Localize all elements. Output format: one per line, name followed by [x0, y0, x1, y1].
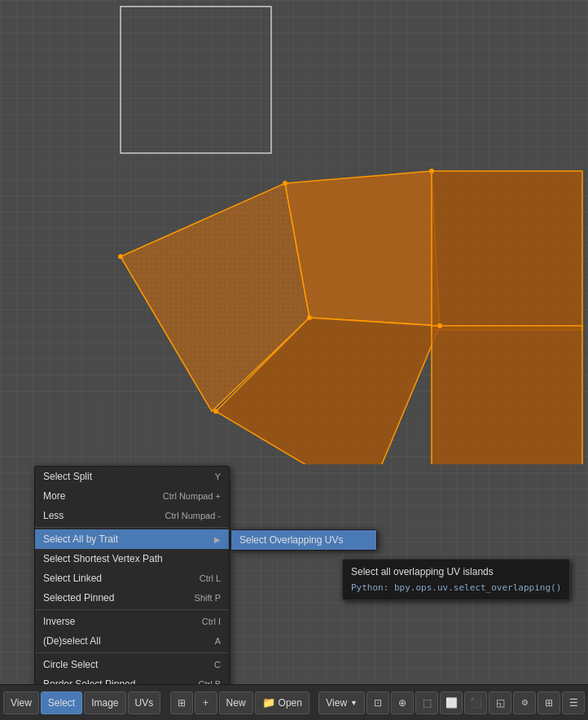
toolbar-icon-btn-7[interactable]: ⬛	[464, 691, 487, 714]
new-button-label: New	[226, 697, 246, 709]
menu-item-circle-select[interactable]: Circle Select C	[35, 655, 229, 674]
toolbar-uvs-button[interactable]: UVs	[128, 691, 161, 714]
toolbar-icon-1: ⊞	[178, 697, 186, 709]
toolbar-icon-9: ⚙	[521, 698, 529, 707]
svg-marker-3	[285, 171, 440, 326]
svg-rect-5	[432, 171, 582, 330]
menu-item-select-linked-shortcut: Ctrl L	[200, 573, 221, 583]
menu-item-selected-pinned-label: Selected Pinned	[43, 592, 114, 604]
select-button-label: Select	[48, 697, 75, 709]
toolbar-icon-btn-2[interactable]: +	[195, 691, 217, 714]
menu-item-circle-select-label: Circle Select	[43, 659, 98, 670]
menu-separator-1	[35, 527, 229, 528]
toolbar-icon-8: ◱	[496, 697, 505, 709]
toolbar-icon-11: ☰	[569, 697, 578, 709]
tooltip-python: Python: bpy.ops.uv.select_overlapping()	[351, 582, 561, 593]
menu-item-more-label: More	[43, 490, 65, 502]
toolbar-open-button[interactable]: 📁 Open	[255, 691, 309, 714]
menu-item-select-split-shortcut: Y	[215, 472, 221, 481]
toolbar-view-zoom-button[interactable]: View ▼	[318, 691, 365, 714]
svg-rect-6	[432, 326, 582, 464]
menu-item-selected-pinned-shortcut: Shift P	[195, 593, 221, 603]
select-all-by-trait-container: Select All by Trait ▶ Select Overlapping…	[35, 529, 229, 549]
submenu-arrow-icon: ▶	[214, 535, 221, 544]
menu-item-less-label: Less	[43, 510, 64, 521]
menu-item-select-all-by-trait-label: Select All by Trait	[43, 533, 118, 545]
menu-item-circle-select-shortcut: C	[214, 660, 221, 670]
view-zoom-button-label: View	[326, 697, 347, 709]
tooltip-python-label: Python:	[351, 582, 388, 593]
view-button-label: View	[11, 697, 32, 709]
toolbar-icon-btn-8[interactable]: ◱	[489, 691, 511, 714]
bottom-toolbar: View Select Image UVs ⊞ + New 📁 Open Vie…	[0, 684, 588, 720]
menu-item-border-select-pinned-shortcut: Ctrl B	[199, 679, 222, 684]
uvs-button-label: UVs	[135, 697, 154, 709]
toolbar-icon-btn-9[interactable]: ⚙	[513, 691, 536, 714]
submenu-item-select-overlapping-uvs[interactable]: Select Overlapping UVs	[231, 530, 376, 550]
toolbar-icon-6: ⬜	[445, 697, 458, 709]
image-button-label: Image	[91, 697, 118, 709]
svg-point-8	[118, 254, 123, 259]
menu-item-select-shortest-vertex-path-label: Select Shortest Vertex Path	[43, 553, 163, 564]
submenu-panel: Select Overlapping UVs	[230, 529, 377, 551]
svg-point-9	[283, 181, 287, 186]
toolbar-new-button[interactable]: New	[219, 691, 253, 714]
menu-item-border-select-pinned-label: Border Select Pinned	[43, 678, 135, 684]
toolbar-select-button[interactable]: Select	[41, 691, 82, 714]
toolbar-icon-btn-5[interactable]: ⬚	[415, 691, 438, 714]
svg-point-14	[429, 169, 434, 173]
chevron-down-icon: ▼	[350, 699, 358, 707]
menu-item-deselect-all-shortcut: A	[215, 636, 221, 646]
menu-item-more[interactable]: More Ctrl Numpad +	[35, 486, 229, 506]
menu-item-border-select-pinned[interactable]: Border Select Pinned Ctrl B	[35, 674, 229, 684]
toolbar-icon-btn-4[interactable]: ⊕	[391, 691, 414, 714]
svg-point-10	[307, 315, 312, 320]
toolbar-icon-3: ⊡	[374, 697, 382, 709]
menu-item-inverse-shortcut: Ctrl I	[202, 617, 221, 626]
submenu-item-select-overlapping-uvs-label: Select Overlapping UVs	[239, 534, 343, 546]
uv-viewport: Select Split Y More Ctrl Numpad + Less C…	[0, 0, 588, 684]
toolbar-icon-7: ⬛	[470, 697, 482, 709]
toolbar-icon-btn-6[interactable]: ⬜	[440, 691, 463, 714]
menu-separator-2	[35, 609, 229, 610]
toolbar-icon-btn-10[interactable]: ⊞	[538, 691, 560, 714]
toolbar-view-button[interactable]: View	[3, 691, 39, 714]
toolbar-icon-2: +	[203, 697, 208, 709]
context-menu: Select Split Y More Ctrl Numpad + Less C…	[34, 466, 230, 684]
uv-islands-svg	[0, 0, 588, 464]
toolbar-icon-btn-11[interactable]: ☰	[562, 691, 585, 714]
toolbar-icon-10: ⊞	[545, 697, 553, 709]
menu-item-inverse[interactable]: Inverse Ctrl I	[35, 612, 229, 631]
open-folder-icon: 📁	[262, 696, 275, 709]
toolbar-icon-5: ⬚	[423, 697, 432, 709]
menu-separator-3	[35, 652, 229, 653]
menu-item-select-all-by-trait[interactable]: Select All by Trait ▶	[35, 529, 229, 549]
menu-item-inverse-label: Inverse	[43, 616, 75, 627]
toolbar-icon-4: ⊕	[398, 697, 406, 709]
open-button-label: Open	[279, 697, 302, 709]
menu-item-select-linked-label: Select Linked	[43, 573, 102, 584]
svg-point-11	[213, 409, 218, 414]
menu-item-deselect-all-label: (De)select All	[43, 635, 101, 647]
tooltip-python-code: bpy.ops.uv.select_overlapping()	[394, 582, 561, 593]
menu-item-less-shortcut: Ctrl Numpad -	[165, 511, 221, 520]
toolbar-icon-btn-1[interactable]: ⊞	[170, 691, 193, 714]
menu-item-select-split-label: Select Split	[43, 471, 92, 482]
menu-panel: Select Split Y More Ctrl Numpad + Less C…	[34, 466, 230, 684]
menu-item-select-shortest-vertex-path[interactable]: Select Shortest Vertex Path	[35, 549, 229, 569]
menu-item-select-split[interactable]: Select Split Y	[35, 467, 229, 486]
menu-item-select-linked[interactable]: Select Linked Ctrl L	[35, 569, 229, 588]
tooltip-title: Select all overlapping UV islands	[351, 566, 561, 577]
svg-rect-0	[121, 7, 271, 153]
toolbar-icon-btn-3[interactable]: ⊡	[366, 691, 389, 714]
menu-item-deselect-all[interactable]: (De)select All A	[35, 631, 229, 651]
tooltip-panel: Select all overlapping UV islands Python…	[342, 559, 570, 600]
menu-item-selected-pinned[interactable]: Selected Pinned Shift P	[35, 588, 229, 608]
svg-point-13	[437, 323, 442, 328]
toolbar-image-button[interactable]: Image	[84, 691, 125, 714]
menu-item-more-shortcut: Ctrl Numpad +	[163, 491, 221, 501]
menu-item-less[interactable]: Less Ctrl Numpad -	[35, 506, 229, 525]
